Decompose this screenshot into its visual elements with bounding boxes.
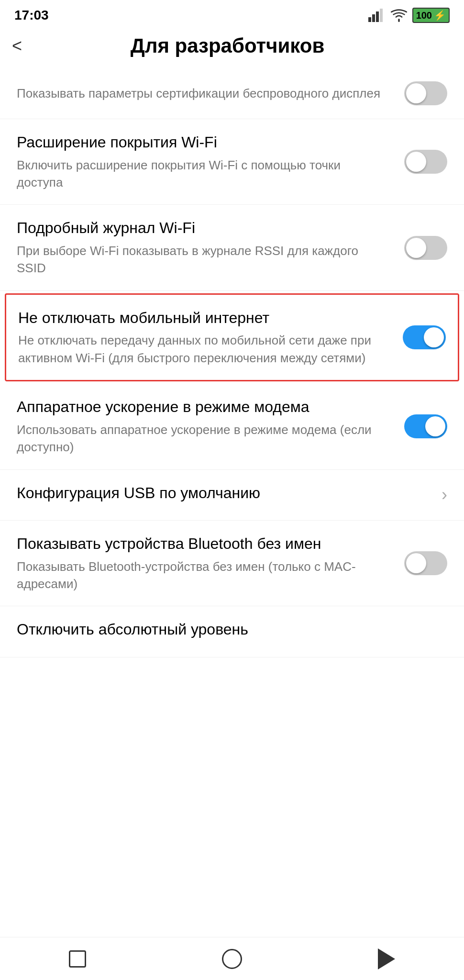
settings-item-content: Показывать устройства Bluetooth без имен… [17, 534, 404, 592]
svg-rect-3 [380, 9, 383, 22]
battery-icon: 100 ⚡ [412, 8, 450, 23]
settings-item-desc: Не отключать передачу данных по мобильно… [18, 332, 388, 367]
recent-apps-icon [69, 950, 86, 968]
content-area: Показывать параметры сертификации беспро… [0, 68, 464, 705]
settings-item-title: Расширение покрытия Wi-Fi [17, 133, 390, 153]
settings-item-wireless-cert[interactable]: Показывать параметры сертификации беспро… [0, 68, 464, 119]
settings-item-desc: Использовать аппаратное ускорение в режи… [17, 421, 390, 456]
status-icons: 100 ⚡ [368, 8, 450, 23]
svg-rect-1 [372, 14, 375, 22]
signal-icon [368, 9, 386, 22]
toggle-knob [406, 152, 426, 172]
svg-rect-0 [368, 17, 371, 22]
settings-item-content: Не отключать мобильный интернет Не отклю… [18, 308, 403, 367]
back-button[interactable]: < [10, 33, 29, 58]
toggle-wifi-extend[interactable] [404, 150, 447, 174]
toggle-wireless-cert[interactable] [404, 81, 447, 105]
settings-item-title: Подробный журнал Wi-Fi [17, 218, 390, 238]
settings-item-content: Аппаратное ускорение в режиме модема Исп… [17, 397, 404, 456]
settings-item-content: Показывать параметры сертификации беспро… [17, 85, 404, 102]
toggle-mobile-data[interactable] [403, 325, 446, 349]
settings-item-wifi-extend[interactable]: Расширение покрытия Wi-Fi Включить расши… [0, 119, 464, 205]
settings-item-mobile-data[interactable]: Не отключать мобильный интернет Не отклю… [5, 293, 459, 381]
settings-item-usb-config[interactable]: Конфигурация USB по умолчанию › [0, 470, 464, 521]
settings-item-title: Не отключать мобильный интернет [18, 308, 388, 328]
toggle-knob [406, 553, 426, 573]
toggle-knob [424, 327, 444, 347]
settings-item-desc: Включить расширение покрытия Wi-Fi с пом… [17, 156, 390, 191]
toggle-knob [425, 416, 445, 436]
settings-item-content: Расширение покрытия Wi-Fi Включить расши… [17, 133, 404, 191]
settings-item-title: Показывать устройства Bluetooth без имен [17, 534, 390, 554]
settings-item-desc: Показывать Bluetooth-устройства без имен… [17, 558, 390, 593]
nav-home-button[interactable] [213, 945, 251, 973]
bottom-nav [0, 937, 464, 980]
chevron-right-icon: › [442, 485, 447, 505]
settings-item-title: Отключить абсолютный уровень [17, 620, 433, 640]
settings-item-content: Подробный журнал Wi-Fi При выборе Wi-Fi … [17, 218, 404, 277]
settings-list: Показывать параметры сертификации беспро… [0, 68, 464, 657]
toggle-wifi-log[interactable] [404, 236, 447, 260]
settings-item-bluetooth-noname[interactable]: Показывать устройства Bluetooth без имен… [0, 521, 464, 606]
settings-item-title: Аппаратное ускорение в режиме модема [17, 397, 390, 417]
settings-item-content: Конфигурация USB по умолчанию [17, 483, 442, 507]
page-title: Для разработчиков [29, 34, 450, 57]
settings-item-desc: Показывать параметры сертификации беспро… [17, 85, 390, 102]
toggle-knob [406, 83, 426, 103]
settings-item-title: Конфигурация USB по умолчанию [17, 483, 427, 503]
battery-level: 100 [416, 10, 432, 21]
status-bar: 17:03 100 ⚡ [0, 0, 464, 29]
settings-item-abs-level[interactable]: Отключить абсолютный уровень [0, 606, 464, 657]
settings-item-desc: При выборе Wi-Fi показывать в журнале RS… [17, 242, 390, 277]
toggle-knob [406, 238, 426, 258]
battery-symbol: ⚡ [434, 10, 446, 21]
toggle-bluetooth-noname[interactable] [404, 551, 447, 575]
home-icon [222, 949, 242, 969]
status-time: 17:03 [14, 8, 49, 23]
back-icon [378, 948, 395, 969]
settings-item-hw-accel[interactable]: Аппаратное ускорение в режиме модема Исп… [0, 384, 464, 469]
svg-rect-2 [376, 11, 379, 22]
settings-item-wifi-log[interactable]: Подробный журнал Wi-Fi При выборе Wi-Fi … [0, 205, 464, 290]
settings-item-content: Отключить абсолютный уровень [17, 620, 447, 644]
wifi-icon [390, 9, 408, 22]
toggle-hw-accel[interactable] [404, 414, 447, 438]
top-nav: < Для разработчиков [0, 29, 464, 68]
nav-back-button[interactable] [367, 945, 406, 973]
nav-recent-button[interactable] [58, 945, 97, 973]
